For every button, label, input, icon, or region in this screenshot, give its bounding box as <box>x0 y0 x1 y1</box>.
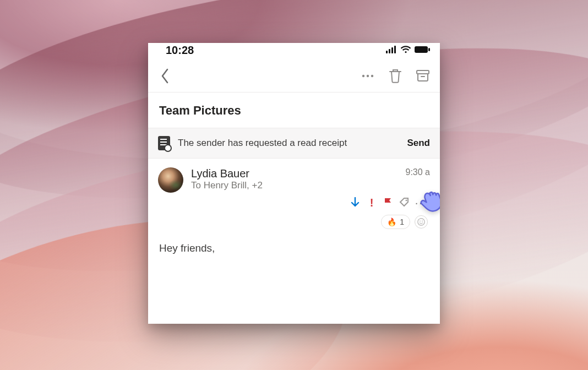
forward-arrow-icon <box>350 197 361 208</box>
add-reaction-button[interactable] <box>415 215 428 228</box>
high-importance-icon: ! <box>366 197 377 208</box>
delete-button[interactable] <box>387 68 404 84</box>
svg-point-10 <box>406 200 407 202</box>
message-header: Lydia Bauer To Henry Brill, +2 9:30 a <box>148 159 440 195</box>
wifi-icon <box>400 46 411 56</box>
svg-point-7 <box>367 75 369 77</box>
battery-icon <box>415 46 430 56</box>
svg-point-8 <box>371 75 373 77</box>
send-receipt-button[interactable]: Send <box>407 138 430 149</box>
svg-rect-9 <box>417 70 429 74</box>
email-subject: Team Pictures <box>148 92 440 128</box>
recipients-line[interactable]: To Henry Brill, +2 <box>191 180 398 191</box>
tag-icon <box>399 197 410 208</box>
status-bar: 10:28 <box>148 43 440 62</box>
svg-rect-1 <box>389 49 390 53</box>
flag-icon <box>383 197 394 208</box>
reaction-count: 1 <box>400 217 404 226</box>
cellular-signal-icon <box>386 46 397 56</box>
message-toolbar <box>148 62 440 92</box>
svg-point-12 <box>420 221 421 222</box>
back-button[interactable] <box>157 68 173 84</box>
svg-point-13 <box>422 221 423 222</box>
fire-icon: 🔥 <box>387 217 396 226</box>
read-receipt-bar: The sender has requested a read receipt … <box>148 128 440 159</box>
message-indicators: ! ··· <box>148 195 440 211</box>
svg-rect-2 <box>391 47 393 53</box>
sender-name: Lydia Bauer <box>191 167 398 180</box>
message-time: 9:30 a <box>406 167 430 177</box>
svg-point-6 <box>362 75 364 77</box>
read-receipt-text: The sender has requested a read receipt <box>178 138 399 149</box>
svg-rect-4 <box>415 46 428 53</box>
app-window: 10:28 <box>148 43 440 324</box>
receipt-icon <box>158 136 170 150</box>
sender-avatar[interactable] <box>158 167 183 193</box>
message-more-button[interactable]: ··· <box>416 197 427 208</box>
status-time: 10:28 <box>166 44 194 57</box>
desktop-background: 10:28 <box>0 0 588 370</box>
more-options-button[interactable] <box>360 68 376 84</box>
svg-rect-5 <box>428 48 430 51</box>
archive-button[interactable] <box>415 68 431 84</box>
reactions-row: 🔥 1 <box>148 211 440 232</box>
reaction-fire[interactable]: 🔥 1 <box>381 215 410 229</box>
status-icons <box>386 46 430 56</box>
svg-rect-0 <box>386 51 388 53</box>
email-body-greeting: Hey friends, <box>148 232 440 264</box>
svg-point-11 <box>418 219 424 225</box>
svg-rect-3 <box>394 46 396 53</box>
